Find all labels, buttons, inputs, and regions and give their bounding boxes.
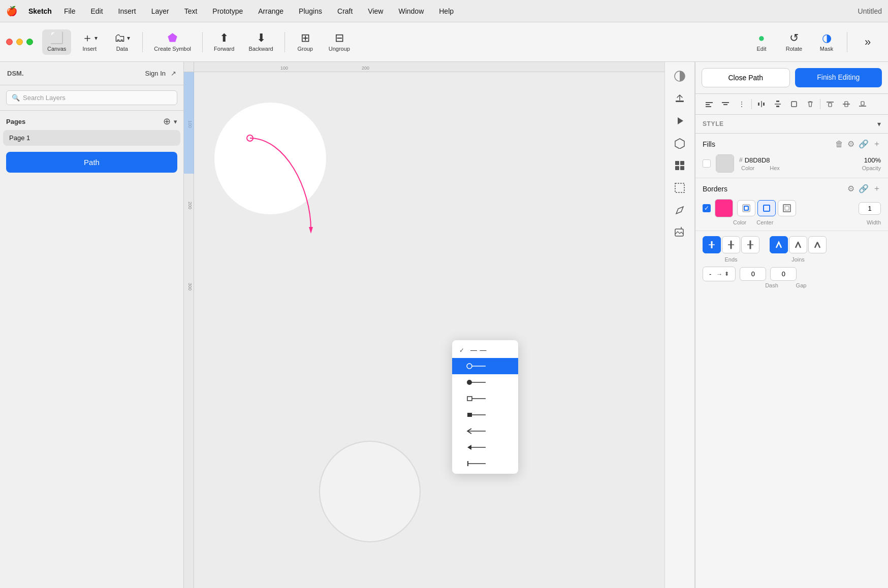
align-left-btn[interactable] bbox=[702, 97, 717, 111]
more-align-btn[interactable]: ⋮ bbox=[734, 97, 749, 111]
joins-bevel-btn[interactable] bbox=[808, 236, 827, 253]
ends-butt-btn[interactable] bbox=[703, 236, 721, 253]
fills-delete-icon[interactable]: 🗑 bbox=[835, 140, 843, 149]
apple-menu[interactable]: 🍎 bbox=[6, 6, 17, 17]
pin-bottom-btn[interactable] bbox=[855, 97, 870, 111]
image-add-btn[interactable] bbox=[669, 222, 691, 243]
layer-path-item[interactable]: Path bbox=[6, 152, 177, 173]
dropdown-open-circle-icon bbox=[466, 362, 487, 370]
page-item[interactable]: Page 1 bbox=[3, 130, 180, 146]
close-path-button[interactable]: Close Path bbox=[702, 68, 790, 87]
border-outer-btn[interactable] bbox=[778, 200, 796, 216]
pages-chevron-icon[interactable]: ▾ bbox=[174, 118, 177, 125]
dropdown-item-filled-arrow[interactable] bbox=[452, 439, 518, 455]
fill-color-swatch[interactable] bbox=[716, 154, 734, 173]
fill-hex-value[interactable]: D8D8D8 bbox=[745, 156, 770, 164]
menu-arrange[interactable]: Arrange bbox=[255, 6, 287, 16]
more-btn[interactable]: » bbox=[853, 34, 882, 51]
fills-link-icon[interactable]: 🔗 bbox=[859, 139, 869, 149]
edit-label: Edit bbox=[757, 46, 767, 52]
distribute-h-btn[interactable] bbox=[754, 97, 769, 111]
upload-btn[interactable] bbox=[669, 88, 691, 109]
insert-btn[interactable]: ＋ ▾ Insert bbox=[75, 29, 104, 55]
border-width-input[interactable] bbox=[859, 202, 881, 215]
pin-top-btn[interactable] bbox=[822, 97, 838, 111]
maximize-window-btn[interactable] bbox=[26, 39, 33, 45]
joins-round-btn[interactable] bbox=[789, 236, 807, 253]
backward-btn[interactable]: ⬇ Backward bbox=[243, 29, 278, 55]
add-page-btn[interactable]: ⊕ bbox=[163, 116, 171, 127]
hex-btn[interactable] bbox=[669, 133, 691, 153]
style-chevron-icon[interactable]: ▾ bbox=[877, 120, 881, 128]
menu-window[interactable]: Window bbox=[395, 6, 427, 16]
menu-edit[interactable]: Edit bbox=[87, 6, 106, 16]
close-window-btn[interactable] bbox=[6, 39, 13, 45]
menu-help[interactable]: Help bbox=[436, 6, 457, 16]
ends-round-btn[interactable] bbox=[722, 236, 740, 253]
ends-square-btn[interactable] bbox=[741, 236, 759, 253]
forward-label: Forward bbox=[214, 46, 234, 52]
borders-link-icon[interactable]: 🔗 bbox=[859, 184, 869, 193]
dropdown-item-open-circle[interactable] bbox=[452, 358, 518, 374]
canvas-area[interactable]: 100 200 100 200 300 bbox=[184, 62, 664, 588]
dropdown-item-perp[interactable] bbox=[452, 455, 518, 472]
border-center-btn[interactable] bbox=[757, 200, 776, 216]
ungroup-btn[interactable]: ⊟ Ungroup bbox=[324, 29, 355, 55]
menu-craft[interactable]: Craft bbox=[334, 6, 356, 16]
fills-add-icon[interactable]: ＋ bbox=[873, 139, 881, 149]
dash-number-input[interactable] bbox=[740, 267, 766, 281]
mask-btn[interactable]: ◑ Mask bbox=[812, 29, 841, 55]
menu-plugins[interactable]: Plugins bbox=[296, 6, 325, 16]
rotate-btn[interactable]: ↺ Rotate bbox=[780, 29, 808, 55]
canvas-content[interactable] bbox=[194, 72, 664, 588]
menu-insert[interactable]: Insert bbox=[115, 6, 139, 16]
dash-stepper-icon[interactable]: ⬍ bbox=[724, 271, 729, 277]
border-checkbox[interactable]: ✓ bbox=[703, 204, 711, 212]
borders-settings-icon[interactable]: ⚙ bbox=[847, 184, 854, 193]
path-svg bbox=[209, 97, 352, 260]
finish-editing-button[interactable]: Finish Editing bbox=[795, 68, 882, 87]
pages-section: Pages ⊕ ▾ bbox=[0, 111, 183, 130]
dropdown-item-filled-circle[interactable] bbox=[452, 374, 518, 390]
magnify-circle-overlay bbox=[319, 441, 421, 542]
border-inner-btn[interactable] bbox=[737, 200, 755, 216]
menu-view[interactable]: View bbox=[365, 6, 386, 16]
fills-settings-icon[interactable]: ⚙ bbox=[847, 139, 854, 149]
pen-btn[interactable] bbox=[669, 200, 691, 220]
dash-select-btn[interactable]: - → ⬍ bbox=[703, 267, 736, 281]
fit-width-btn[interactable] bbox=[786, 97, 802, 111]
border-color-swatch[interactable] bbox=[715, 199, 733, 217]
align-center-h-btn[interactable] bbox=[718, 97, 733, 111]
fill-opacity-value[interactable]: 100% bbox=[864, 156, 881, 164]
minimize-window-btn[interactable] bbox=[16, 39, 23, 45]
menu-text[interactable]: Text bbox=[181, 6, 201, 16]
table-view-btn[interactable] bbox=[669, 155, 691, 176]
menu-file[interactable]: File bbox=[61, 6, 79, 16]
play-btn[interactable] bbox=[669, 111, 691, 131]
svg-rect-25 bbox=[791, 102, 797, 107]
menu-prototype[interactable]: Prototype bbox=[209, 6, 246, 16]
pin-center-btn[interactable] bbox=[839, 97, 854, 111]
sign-in-link[interactable]: Sign In bbox=[145, 70, 166, 77]
menu-layer[interactable]: Layer bbox=[148, 6, 172, 16]
window-title: Untitled bbox=[858, 7, 882, 15]
crop-btn[interactable] bbox=[669, 178, 691, 198]
fill-checkbox[interactable] bbox=[703, 159, 711, 168]
canvas-btn[interactable]: ⬜ Canvas bbox=[42, 29, 71, 55]
group-btn[interactable]: ⊞ Group bbox=[291, 29, 320, 55]
dropdown-item-open-square[interactable] bbox=[452, 390, 518, 407]
gap-number-input[interactable] bbox=[770, 267, 797, 281]
dropdown-item-dash[interactable]: ✓ — — bbox=[452, 342, 518, 358]
dropdown-item-open-arrow[interactable] bbox=[452, 423, 518, 439]
forward-btn[interactable]: ⬆ Forward bbox=[209, 29, 239, 55]
dropdown-item-filled-square[interactable] bbox=[452, 407, 518, 423]
distribute-v-btn[interactable] bbox=[770, 97, 785, 111]
create-symbol-btn[interactable]: ⬟ Create Symbol bbox=[149, 29, 196, 55]
edit-btn[interactable]: ● Edit bbox=[747, 29, 776, 55]
search-layers-input[interactable]: 🔍 Search Layers bbox=[6, 90, 177, 105]
delete-btn[interactable] bbox=[803, 97, 818, 111]
borders-add-icon[interactable]: ＋ bbox=[873, 183, 881, 194]
joins-miter-btn[interactable] bbox=[770, 236, 788, 253]
data-btn[interactable]: 🗂 ▾ Data bbox=[108, 29, 136, 55]
color-adjust-btn[interactable] bbox=[669, 66, 691, 86]
